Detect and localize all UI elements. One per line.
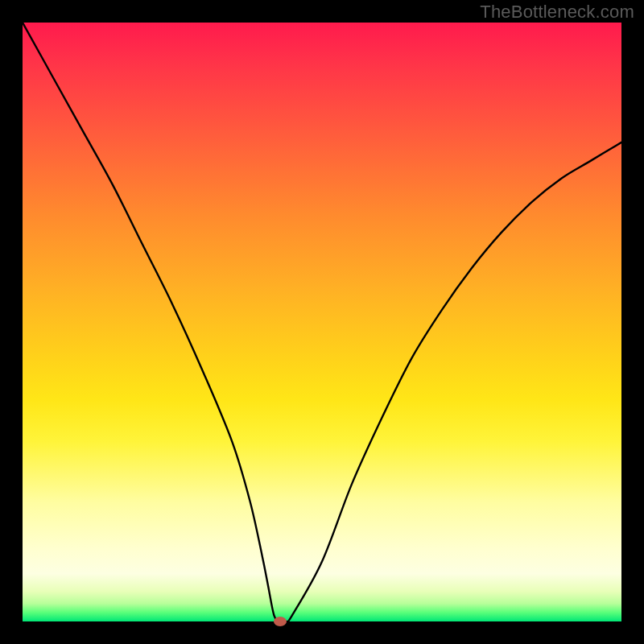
curve-svg <box>23 23 621 621</box>
plot-area <box>23 23 621 621</box>
bottleneck-curve-path <box>23 23 621 621</box>
optimal-point-marker <box>274 617 287 626</box>
chart-frame: TheBottleneck.com <box>0 0 644 644</box>
watermark-text: TheBottleneck.com <box>480 2 634 23</box>
